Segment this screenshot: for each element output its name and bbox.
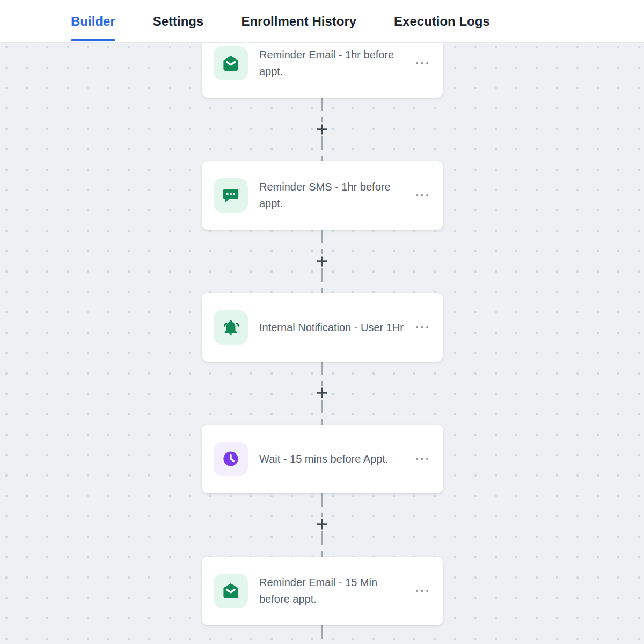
plus-icon (316, 255, 328, 268)
workflow-step-card[interactable]: Wait - 15 mins before Appt. (202, 425, 443, 493)
tab-label: Settings (153, 14, 204, 29)
tab-builder[interactable]: Builder (71, 0, 115, 43)
tab-settings[interactable]: Settings (153, 0, 204, 43)
menu-dot (426, 326, 429, 329)
builder-tab-bar: Builder Settings Enrollment History Exec… (0, 0, 644, 43)
menu-dot (416, 326, 419, 329)
step-title: Wait - 15 mins before Appt. (259, 451, 407, 467)
clock-icon (214, 442, 248, 476)
email-icon (214, 46, 248, 80)
tab-label: Builder (71, 14, 115, 29)
email-icon (214, 574, 248, 608)
menu-dot (421, 458, 423, 460)
menu-dot (416, 590, 419, 592)
add-step-button[interactable] (315, 254, 329, 268)
bell-icon (214, 310, 248, 345)
menu-dot (416, 62, 419, 65)
menu-dot (421, 62, 423, 65)
add-step-button[interactable] (315, 386, 329, 400)
menu-dot (426, 590, 429, 592)
step-title: Reminder Email - 1hr before appt. (259, 47, 407, 80)
card-menu-button[interactable] (415, 59, 430, 68)
plus-icon (316, 123, 328, 136)
tab-enrollment-history[interactable]: Enrollment History (241, 0, 356, 43)
card-menu-button[interactable] (415, 587, 430, 596)
menu-dot (416, 458, 419, 460)
menu-dot (426, 458, 429, 460)
plus-icon (316, 386, 328, 399)
step-title: Internal Notification - User 1Hr (259, 319, 407, 336)
menu-dot (421, 326, 423, 329)
step-title: Reminder Email - 15 Min before appt. (259, 574, 407, 608)
sms-icon (214, 178, 248, 213)
menu-dot (426, 62, 429, 65)
menu-dot (421, 590, 423, 592)
workflow-step-card[interactable]: Reminder Email - 15 Min before appt. (202, 557, 443, 625)
tab-label: Execution Logs (394, 14, 490, 29)
menu-dot (416, 194, 419, 197)
step-title: Reminder SMS - 1hr before appt. (259, 179, 407, 212)
tab-label: Enrollment History (241, 14, 356, 29)
card-menu-button[interactable] (415, 191, 430, 200)
tab-execution-logs[interactable]: Execution Logs (394, 0, 490, 43)
workflow-builder-screen: Reminder Email - 1hr before appt. Remind… (0, 0, 644, 644)
menu-dot (421, 194, 423, 197)
card-menu-button[interactable] (415, 455, 430, 464)
menu-dot (426, 194, 429, 197)
add-step-button[interactable] (315, 122, 329, 136)
active-tab-underline (71, 39, 115, 41)
add-step-button[interactable] (315, 517, 329, 531)
workflow-step-card[interactable]: Reminder SMS - 1hr before appt. (202, 161, 443, 230)
plus-icon (316, 518, 328, 531)
workflow-step-card[interactable]: Internal Notification - User 1Hr (202, 293, 443, 362)
card-menu-button[interactable] (415, 323, 430, 332)
